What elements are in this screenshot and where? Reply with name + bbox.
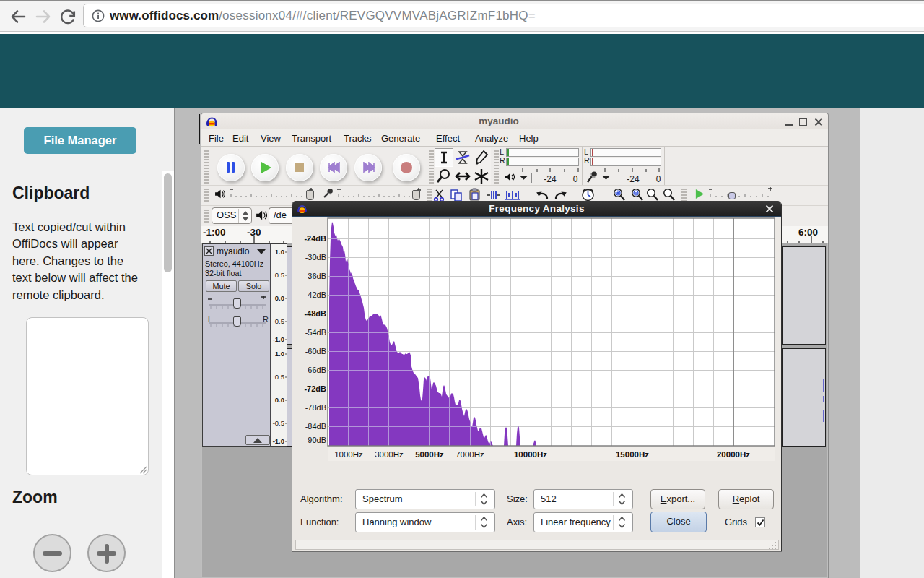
svg-text:7000Hz: 7000Hz — [456, 450, 484, 459]
svg-text:20000Hz: 20000Hz — [717, 450, 750, 459]
svg-text:3000Hz: 3000Hz — [375, 450, 404, 459]
svg-text:0.0: 0.0 — [275, 396, 284, 404]
svg-text:-48dB: -48dB — [304, 309, 326, 318]
svg-text:-1.0: -1.0 — [273, 335, 284, 343]
svg-text:15000Hz: 15000Hz — [616, 450, 649, 459]
svg-text:-66dB: -66dB — [305, 366, 326, 374]
svg-text:-24: -24 — [627, 174, 640, 184]
svg-text:1.0: 1.0 — [275, 248, 284, 256]
svg-text:-60dB: -60dB — [305, 347, 326, 355]
svg-text:0: 0 — [573, 174, 578, 184]
svg-text:-36dB: -36dB — [305, 272, 326, 280]
svg-text:-90dB: -90dB — [305, 436, 326, 444]
svg-text:0.0: 0.0 — [275, 294, 284, 302]
svg-text:-1.0: -1.0 — [273, 437, 284, 445]
svg-text:-24: -24 — [544, 174, 557, 184]
svg-text:-0.5: -0.5 — [273, 419, 284, 427]
svg-text:10000Hz: 10000Hz — [514, 450, 547, 459]
svg-text:-30dB: -30dB — [305, 253, 326, 262]
svg-text:-84dB: -84dB — [305, 422, 326, 431]
svg-text:0: 0 — [656, 174, 661, 184]
svg-text:1.0: 1.0 — [275, 350, 284, 358]
svg-text:-42dB: -42dB — [305, 290, 326, 299]
svg-text:5000Hz: 5000Hz — [415, 450, 444, 459]
svg-text:0.5: 0.5 — [275, 373, 284, 381]
svg-text:0.5: 0.5 — [275, 271, 284, 279]
svg-text:-72dB: -72dB — [304, 384, 326, 393]
svg-text:-0.5: -0.5 — [273, 317, 284, 325]
svg-text:-24dB: -24dB — [304, 234, 326, 243]
svg-text:-78dB: -78dB — [305, 403, 326, 412]
svg-text:1000Hz: 1000Hz — [334, 450, 363, 459]
svg-text:-54dB: -54dB — [305, 328, 326, 337]
